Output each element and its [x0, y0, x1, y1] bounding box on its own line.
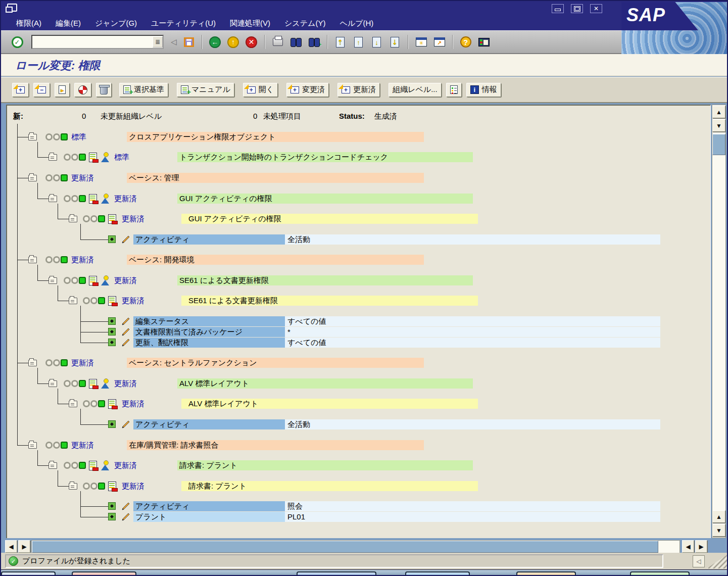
row-description[interactable]: ベーシス: 管理 [127, 173, 424, 183]
field-value[interactable]: すべての値 [285, 338, 660, 348]
folder-icon[interactable] [28, 360, 37, 366]
row-description[interactable]: 在庫/購買管理: 請求書照合 [127, 440, 424, 450]
collapse-node-button[interactable]: − [33, 83, 50, 97]
scroll-down-button-bottom[interactable]: ▼ [712, 524, 725, 537]
tree-row-object[interactable]: 更新済 SE61 による文書更新権限 [7, 275, 710, 285]
menu-environment[interactable]: 関連処理(V) [230, 19, 270, 28]
move-node-button[interactable] [55, 83, 70, 97]
tree-row-object[interactable]: 更新済 ALV 標準レイアウト [7, 378, 710, 389]
previous-page-button[interactable]: ↑ [350, 33, 368, 51]
tree-row-class[interactable]: 更新済 ベーシス: 管理 [7, 173, 710, 183]
tree-row-field[interactable]: アクティビティ 全活動 [7, 234, 710, 245]
help-button[interactable]: ? [457, 33, 475, 51]
row-description[interactable]: SE61 による文書更新権限 [181, 296, 478, 306]
field-value[interactable]: 照会 [285, 501, 660, 511]
legend-button[interactable] [446, 83, 462, 97]
changed-button[interactable]: + 変更済 [286, 83, 329, 97]
maintained-button[interactable]: + 更新済 [337, 83, 380, 97]
open-button[interactable]: + 開く [243, 83, 278, 97]
row-description[interactable]: ALV 標準レイアウト [181, 399, 478, 409]
status-collapse-icon[interactable]: ◁ [693, 555, 705, 567]
row-description[interactable]: クロスアプリケーション権限オブジェクト [127, 132, 424, 142]
folder-icon[interactable] [48, 462, 57, 469]
cancel-button[interactable]: ✕ [242, 33, 261, 51]
taskbar-item[interactable] [72, 571, 136, 576]
print-button[interactable] [269, 33, 287, 51]
tree-row-field[interactable]: アクティビティ 全活動 [7, 419, 710, 429]
pencil-icon[interactable] [121, 235, 130, 244]
field-value[interactable]: 全活動 [285, 234, 660, 245]
field-label-org-level[interactable]: プラント [133, 512, 285, 522]
menu-authorization[interactable]: 権限(A) [16, 19, 41, 28]
menu-goto[interactable]: ジャンプ(G) [95, 19, 137, 28]
status-overview-button[interactable] [74, 83, 91, 97]
command-field[interactable]: ≣ [31, 35, 164, 49]
row-description[interactable]: GUI アクティビティの権限 [177, 194, 473, 204]
scroll-right-button[interactable]: ▶ [18, 540, 30, 553]
close-button[interactable] [590, 4, 602, 13]
pencil-icon[interactable] [121, 420, 130, 429]
field-label[interactable]: アクティビティ [133, 419, 285, 429]
tree-row-class[interactable]: 標準 クロスアプリケーション権限オブジェクト [7, 132, 710, 142]
field-label[interactable]: アクティビティ [133, 501, 285, 511]
minimize-button[interactable] [552, 4, 564, 13]
menu-system[interactable]: システム(Y) [284, 19, 325, 28]
folder-icon[interactable] [28, 134, 37, 140]
enter-button[interactable]: ✓ [8, 33, 26, 51]
folder-icon[interactable] [69, 483, 77, 490]
taskbar-item[interactable] [1, 571, 56, 576]
resize-grip[interactable] [707, 554, 728, 568]
folder-icon[interactable] [48, 196, 57, 202]
tree-row-field[interactable]: 更新、翻訳権限 すべての値 [7, 338, 710, 348]
tree-row-field[interactable]: アクティビティ 照会 [7, 501, 710, 511]
folder-icon[interactable] [48, 154, 57, 161]
tree-row-authorization[interactable]: 更新済 GUI アクティビティの権限 [7, 214, 710, 224]
last-page-button[interactable]: ⇣ [386, 33, 404, 51]
field-value[interactable]: すべての値 [285, 316, 660, 326]
tree-row-class[interactable]: 更新済 在庫/購買管理: 請求書照合 [7, 440, 710, 450]
taskbar-item[interactable] [405, 571, 470, 576]
folder-icon[interactable] [28, 257, 37, 263]
taskbar-item[interactable] [297, 571, 376, 576]
customize-layout-button[interactable] [475, 33, 493, 51]
folder-icon[interactable] [28, 175, 37, 181]
field-label[interactable]: 編集ステータス [133, 316, 285, 326]
field-value[interactable]: PL01 [285, 512, 660, 522]
tree-row-object[interactable]: 更新済 請求書: プラント [7, 460, 710, 470]
command-input[interactable] [32, 38, 153, 46]
next-page-button[interactable]: ↓ [368, 33, 386, 51]
menu-utilities[interactable]: ユーティリティ(U) [151, 19, 216, 28]
back-button[interactable]: ← [206, 33, 224, 51]
scroll-right-button-right[interactable]: ▶ [695, 540, 707, 553]
expand-node-button[interactable]: + [12, 83, 29, 97]
pencil-icon[interactable] [121, 502, 130, 511]
tree-row-field[interactable]: 文書権限割当て済みパッケージ * [7, 327, 710, 337]
row-description[interactable]: ベーシス: 開発環境 [127, 255, 424, 265]
folder-icon[interactable] [48, 380, 57, 387]
pencil-icon[interactable] [121, 317, 130, 326]
information-button[interactable]: i 情報 [466, 83, 501, 97]
tree-row-object[interactable]: 更新済 GUI アクティビティの権限 [7, 194, 710, 204]
tree-row-authorization[interactable]: 更新済 ALV 標準レイアウト [7, 399, 710, 409]
folder-icon[interactable] [69, 401, 77, 407]
command-history-icon[interactable]: ≣ [153, 36, 163, 47]
collapse-command-icon[interactable]: ◁ [171, 37, 177, 46]
folder-icon[interactable] [28, 442, 37, 449]
exit-button[interactable]: ↑ [224, 33, 242, 51]
org-levels-button[interactable]: 組織レベル... [389, 83, 442, 97]
windows-taskbar[interactable] [1, 569, 728, 576]
pencil-icon[interactable] [121, 512, 130, 521]
scroll-up-button[interactable]: ▲ [712, 106, 725, 118]
row-description[interactable]: SE61 による文書更新権限 [177, 275, 473, 285]
create-shortcut-button[interactable]: ↗ [430, 33, 449, 51]
menu-help[interactable]: ヘルプ(H) [339, 19, 373, 28]
find-next-button[interactable]: + [305, 33, 323, 51]
scroll-left-button-right[interactable]: ◀ [682, 540, 694, 553]
selection-criteria-button[interactable]: + 選択基準 [119, 83, 168, 97]
tree-row-field[interactable]: プラント PL01 [7, 512, 710, 522]
tree-row-object[interactable]: 標準 トランザクション開始時のトランザクションコードチェック [7, 152, 710, 162]
scroll-down-button[interactable]: ▼ [712, 119, 725, 132]
scroll-up-button-bottom[interactable]: ▲ [712, 510, 725, 523]
new-session-button[interactable]: ✳ [412, 33, 430, 51]
row-description[interactable]: 請求書: プラント [177, 460, 473, 470]
